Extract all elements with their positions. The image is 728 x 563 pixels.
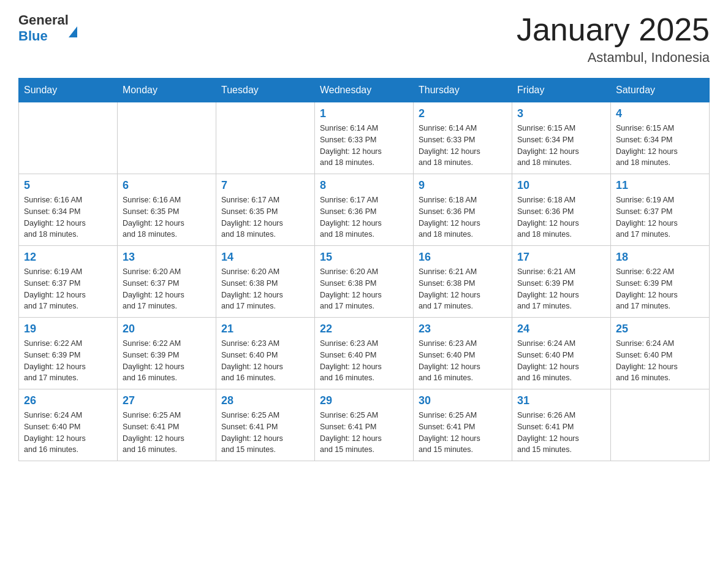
calendar-cell: 15Sunrise: 6:20 AM Sunset: 6:38 PM Dayli… [315,246,414,318]
day-info: Sunrise: 6:21 AM Sunset: 6:38 PM Dayligh… [419,266,507,312]
week-row-3: 19Sunrise: 6:22 AM Sunset: 6:39 PM Dayli… [19,318,710,389]
day-number: 9 [419,179,507,192]
day-of-week-saturday: Saturday [611,79,710,102]
month-title: January 2025 [517,12,710,47]
day-info: Sunrise: 6:23 AM Sunset: 6:40 PM Dayligh… [221,338,309,384]
day-of-week-wednesday: Wednesday [315,79,414,102]
calendar-cell: 7Sunrise: 6:17 AM Sunset: 6:35 PM Daylig… [216,174,315,246]
day-info: Sunrise: 6:21 AM Sunset: 6:39 PM Dayligh… [517,266,605,312]
calendar-cell: 5Sunrise: 6:16 AM Sunset: 6:34 PM Daylig… [19,174,118,246]
day-number: 14 [221,251,309,264]
day-info: Sunrise: 6:25 AM Sunset: 6:41 PM Dayligh… [221,410,309,456]
week-row-4: 26Sunrise: 6:24 AM Sunset: 6:40 PM Dayli… [19,389,710,461]
week-row-1: 5Sunrise: 6:16 AM Sunset: 6:34 PM Daylig… [19,174,710,246]
calendar-table: SundayMondayTuesdayWednesdayThursdayFrid… [18,78,710,461]
day-info: Sunrise: 6:15 AM Sunset: 6:34 PM Dayligh… [616,123,704,169]
day-number: 21 [221,323,309,335]
day-number: 18 [616,251,704,264]
week-row-2: 12Sunrise: 6:19 AM Sunset: 6:37 PM Dayli… [19,246,710,318]
day-info: Sunrise: 6:14 AM Sunset: 6:33 PM Dayligh… [419,123,507,169]
logo: General Blue [18,12,77,44]
day-info: Sunrise: 6:24 AM Sunset: 6:40 PM Dayligh… [616,338,704,384]
day-number: 23 [419,323,507,335]
day-info: Sunrise: 6:25 AM Sunset: 6:41 PM Dayligh… [123,410,211,456]
day-info: Sunrise: 6:25 AM Sunset: 6:41 PM Dayligh… [419,410,507,456]
calendar-cell: 6Sunrise: 6:16 AM Sunset: 6:35 PM Daylig… [118,174,216,246]
day-number: 7 [221,179,309,192]
calendar-cell [611,389,710,461]
calendar-cell: 26Sunrise: 6:24 AM Sunset: 6:40 PM Dayli… [19,389,118,461]
calendar-cell: 4Sunrise: 6:15 AM Sunset: 6:34 PM Daylig… [611,102,710,174]
calendar-cell: 22Sunrise: 6:23 AM Sunset: 6:40 PM Dayli… [315,318,414,389]
day-info: Sunrise: 6:19 AM Sunset: 6:37 PM Dayligh… [616,194,704,240]
calendar-cell: 1Sunrise: 6:14 AM Sunset: 6:33 PM Daylig… [315,102,414,174]
calendar-cell: 31Sunrise: 6:26 AM Sunset: 6:41 PM Dayli… [512,389,611,461]
day-number: 13 [123,251,211,264]
calendar-cell: 23Sunrise: 6:23 AM Sunset: 6:40 PM Dayli… [414,318,512,389]
day-number: 19 [24,323,112,335]
day-number: 5 [24,179,112,192]
day-info: Sunrise: 6:22 AM Sunset: 6:39 PM Dayligh… [123,338,211,384]
calendar-cell: 30Sunrise: 6:25 AM Sunset: 6:41 PM Dayli… [414,389,512,461]
day-info: Sunrise: 6:26 AM Sunset: 6:41 PM Dayligh… [517,410,605,456]
calendar-cell: 20Sunrise: 6:22 AM Sunset: 6:39 PM Dayli… [118,318,216,389]
day-number: 15 [320,251,408,264]
calendar-body: 1Sunrise: 6:14 AM Sunset: 6:33 PM Daylig… [19,102,710,461]
logo-triangle-icon [69,16,77,37]
logo-text: General Blue [18,12,77,44]
day-number: 10 [517,179,605,192]
day-number: 3 [517,107,605,120]
location-subtitle: Astambul, Indonesia [517,50,710,66]
day-of-week-thursday: Thursday [414,79,512,102]
day-info: Sunrise: 6:18 AM Sunset: 6:36 PM Dayligh… [517,194,605,240]
logo-combined: General Blue [18,12,77,44]
day-info: Sunrise: 6:23 AM Sunset: 6:40 PM Dayligh… [320,338,408,384]
week-row-0: 1Sunrise: 6:14 AM Sunset: 6:33 PM Daylig… [19,102,710,174]
day-number: 16 [419,251,507,264]
day-number: 22 [320,323,408,335]
calendar-cell: 28Sunrise: 6:25 AM Sunset: 6:41 PM Dayli… [216,389,315,461]
day-number: 30 [419,394,507,407]
calendar-cell: 12Sunrise: 6:19 AM Sunset: 6:37 PM Dayli… [19,246,118,318]
day-info: Sunrise: 6:20 AM Sunset: 6:38 PM Dayligh… [221,266,309,312]
day-number: 1 [320,107,408,120]
calendar-cell [19,102,118,174]
calendar-cell: 8Sunrise: 6:17 AM Sunset: 6:36 PM Daylig… [315,174,414,246]
day-number: 26 [24,394,112,407]
day-info: Sunrise: 6:24 AM Sunset: 6:40 PM Dayligh… [517,338,605,384]
logo-general: General [18,12,69,28]
day-info: Sunrise: 6:19 AM Sunset: 6:37 PM Dayligh… [24,266,112,312]
header: General Blue January 2025 Astambul, Indo… [18,12,710,66]
calendar-cell: 14Sunrise: 6:20 AM Sunset: 6:38 PM Dayli… [216,246,315,318]
logo-blue: Blue [18,28,48,44]
day-info: Sunrise: 6:16 AM Sunset: 6:34 PM Dayligh… [24,194,112,240]
calendar-cell: 29Sunrise: 6:25 AM Sunset: 6:41 PM Dayli… [315,389,414,461]
calendar-cell: 2Sunrise: 6:14 AM Sunset: 6:33 PM Daylig… [414,102,512,174]
day-info: Sunrise: 6:16 AM Sunset: 6:35 PM Dayligh… [123,194,211,240]
day-of-week-friday: Friday [512,79,611,102]
calendar-cell [216,102,315,174]
calendar-cell: 27Sunrise: 6:25 AM Sunset: 6:41 PM Dayli… [118,389,216,461]
day-number: 28 [221,394,309,407]
day-number: 24 [517,323,605,335]
calendar-cell: 13Sunrise: 6:20 AM Sunset: 6:37 PM Dayli… [118,246,216,318]
day-info: Sunrise: 6:20 AM Sunset: 6:37 PM Dayligh… [123,266,211,312]
day-info: Sunrise: 6:17 AM Sunset: 6:35 PM Dayligh… [221,194,309,240]
calendar-cell: 9Sunrise: 6:18 AM Sunset: 6:36 PM Daylig… [414,174,512,246]
calendar-cell: 16Sunrise: 6:21 AM Sunset: 6:38 PM Dayli… [414,246,512,318]
day-info: Sunrise: 6:15 AM Sunset: 6:34 PM Dayligh… [517,123,605,169]
days-of-week-row: SundayMondayTuesdayWednesdayThursdayFrid… [19,79,710,102]
calendar-cell: 25Sunrise: 6:24 AM Sunset: 6:40 PM Dayli… [611,318,710,389]
calendar-cell: 18Sunrise: 6:22 AM Sunset: 6:39 PM Dayli… [611,246,710,318]
day-number: 27 [123,394,211,407]
day-number: 12 [24,251,112,264]
day-number: 8 [320,179,408,192]
day-of-week-monday: Monday [118,79,216,102]
calendar-cell: 10Sunrise: 6:18 AM Sunset: 6:36 PM Dayli… [512,174,611,246]
day-info: Sunrise: 6:20 AM Sunset: 6:38 PM Dayligh… [320,266,408,312]
day-info: Sunrise: 6:22 AM Sunset: 6:39 PM Dayligh… [24,338,112,384]
day-of-week-tuesday: Tuesday [216,79,315,102]
day-number: 25 [616,323,704,335]
day-number: 29 [320,394,408,407]
calendar-header: SundayMondayTuesdayWednesdayThursdayFrid… [19,79,710,102]
